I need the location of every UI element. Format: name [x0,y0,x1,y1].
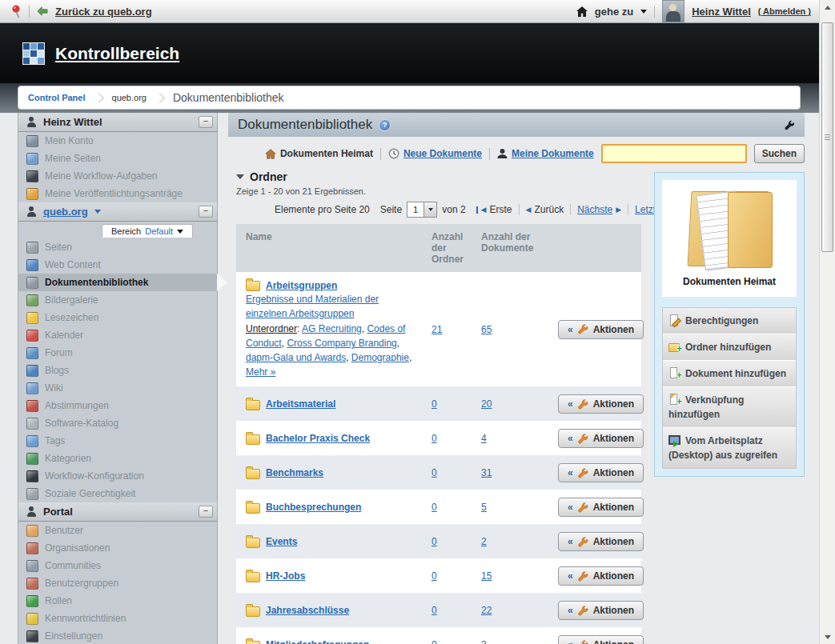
folder-count-link[interactable]: 0 [432,605,437,616]
actions-button[interactable]: «Aktionen [558,463,644,482]
sidebar-item-einstellungen[interactable]: Einstellungen [18,627,217,644]
pagination-first[interactable]: ◀ Erste [476,204,512,215]
actions-button[interactable]: «Aktionen [558,394,644,414]
document-count-link[interactable]: 20 [481,398,492,410]
document-count-link[interactable]: 4 [481,433,487,444]
sidebar-item-abstimmungen[interactable]: Abstimmungen [18,397,217,414]
wrench-icon[interactable] [785,120,795,130]
document-count-link[interactable]: 65 [481,324,492,335]
vertical-scrollbar[interactable] [819,0,835,644]
sidebar-item-kategorien[interactable]: Kategorien [18,450,217,467]
folder-link[interactable]: Benchmarks [266,467,323,478]
actions-button[interactable]: «Aktionen [558,635,644,644]
actions-button[interactable]: «Aktionen [558,532,644,551]
pagination-prev[interactable]: ◀Zurück [526,204,564,215]
more-subfolders-link[interactable]: Mehr » [246,366,275,378]
sidebar-item-kalender[interactable]: Kalender [18,326,217,344]
folder-description-link[interactable]: Ergebnisse und Materialien der einzelnen… [246,294,379,319]
folder-link[interactable]: Arbeitsgruppen [266,280,337,291]
actions-button[interactable]: «Aktionen [558,601,644,620]
search-button[interactable]: Suchen [754,144,805,163]
scope-selector[interactable]: BereichDefault [102,224,193,238]
sidebar-item-meine-seiten[interactable]: Meine Seiten [18,150,217,167]
document-home-nav[interactable]: Dokumenten Heimat [265,148,373,159]
folders-section-header[interactable]: Ordner [236,170,641,183]
collapse-section-button[interactable]: − [199,116,213,128]
actions-button[interactable]: «Aktionen [558,498,644,517]
sidebar-item-software-katalog[interactable]: Software-Katalog [18,414,217,432]
sidebar-item-bildergalerie[interactable]: Bildergalerie [18,291,217,309]
sidebar-item-web-content[interactable]: Web Content [18,256,217,274]
sidebar-section-title[interactable]: queb.org [43,206,88,218]
page-title[interactable]: Kontrollbereich [55,44,179,63]
sidebar-item-wiki[interactable]: Wiki [18,379,217,397]
sidebar-item-dokumentenbibliothek[interactable]: Dokumentenbibliothek [18,274,217,291]
document-count-link[interactable]: 31 [481,467,492,478]
panel-action-berechtigungen[interactable]: Berechtigungen [663,308,796,334]
folder-count-link[interactable]: 0 [432,536,437,547]
goto-menu[interactable]: gehe zu [595,6,633,18]
folder-link[interactable]: Mitgliederbefragungen [266,639,369,644]
sidebar-item-benutzergruppen[interactable]: Benutzergruppen [18,574,217,592]
recent-documents-nav[interactable]: Neue Dokumente [388,148,482,159]
scrollbar-thumb[interactable] [821,22,833,252]
folder-count-link[interactable]: 0 [432,570,437,582]
panel-action-dokument-hinzuf-gen[interactable]: Dokument hinzufügen [663,361,796,387]
document-count-link[interactable]: 3 [481,639,487,644]
sidebar-item-organisationen[interactable]: Organisationen [18,539,217,557]
recent-documents-link[interactable]: Neue Dokumente [403,148,482,159]
folder-link[interactable]: Jahresabschlüsse [266,605,349,616]
back-to-site-link[interactable]: Zurück zu queb.org [55,6,152,18]
sidebar-item-soziale-gerechtigkeit[interactable]: Soziale Gerechtigkeit [18,485,217,502]
folder-link[interactable]: Events [266,536,297,547]
actions-button[interactable]: «Aktionen [558,320,644,339]
my-documents-nav[interactable]: Meine Dokumente [497,148,594,159]
folder-count-link[interactable]: 0 [432,433,437,444]
folder-link[interactable]: Bachelor Praxis Check [266,433,370,444]
my-documents-link[interactable]: Meine Dokumente [512,148,594,159]
sidebar-item-meine-ver-ffentlichtungsantr-ge[interactable]: Meine Veröffentlichtungsanträge [18,185,217,202]
collapse-section-button[interactable]: − [199,506,213,518]
search-input[interactable] [601,144,747,163]
panel-action-verkn-pfung-hinzuf-gen[interactable]: Verknüpfung hinzufügen [663,387,796,428]
page-select[interactable]: 1 [407,202,437,218]
sidebar-item-lesezeichen[interactable]: Lesezeichen [18,309,217,326]
sidebar-item-rollen[interactable]: Rollen [18,592,217,610]
subfolder-link-ag-recruiting[interactable]: AG Recruiting [302,323,362,334]
folder-count-link[interactable]: 0 [432,467,437,478]
document-count-link[interactable]: 5 [481,502,487,513]
folder-count-link[interactable]: 0 [432,502,437,513]
panel-action-ordner-hinzuf-gen[interactable]: Ordner hinzufügen [663,334,796,361]
scroll-up-button[interactable] [821,1,834,14]
sidebar-item-workflow-konfiguration[interactable]: Workflow-Konfiguration [18,467,217,485]
sidebar-item-blogs[interactable]: Blogs [18,362,217,379]
panel-action-vom-arbeitsplatz-desktop-aus-zugreifen[interactable]: Vom Arbeitsplatz (Desktop) aus zugreifen [663,428,796,468]
logout-link[interactable]: ( Abmelden ) [758,6,811,16]
folder-link[interactable]: Arbeitsmaterial [266,398,335,410]
sidebar-item-meine-workflow-aufgaben[interactable]: Meine Workflow-Aufgaben [18,167,217,185]
sidebar-item-benutzer[interactable]: Benutzer [18,522,217,539]
scroll-down-button[interactable] [821,630,834,643]
sidebar-item-mein-konto[interactable]: Mein Konto [18,132,217,150]
subfolder-link-dapm-gala-und-awards[interactable]: dapm-Gala und Awards [246,352,346,363]
sidebar-item-seiten[interactable]: Seiten [18,238,217,256]
actions-button[interactable]: «Aktionen [558,429,644,448]
folder-count-link[interactable]: 21 [432,324,442,335]
folder-link[interactable]: Buchbesprechungen [266,502,361,513]
folder-count-link[interactable]: 0 [432,398,437,410]
document-count-link[interactable]: 2 [481,536,487,547]
user-name-link[interactable]: Heinz Wittel [692,6,751,18]
breadcrumb-item-control-panel[interactable]: Control Panel [28,93,86,102]
breadcrumb-item-queb-org[interactable]: queb.org [112,93,147,102]
folder-count-link[interactable]: 0 [432,639,437,644]
actions-button[interactable]: «Aktionen [558,566,644,586]
sidebar-item-communities[interactable]: Communities [18,557,217,574]
subfolder-link-cross-company-branding[interactable]: Cross Company Branding [287,338,396,349]
sidebar-item-tags[interactable]: Tags [18,432,217,450]
sidebar-item-kennwortrichtlinien[interactable]: Kennwortrichtlinien [18,610,217,627]
subfolder-link-demographie[interactable]: Demographie [351,352,409,363]
sidebar-item-forum[interactable]: Forum [18,344,217,362]
document-count-link[interactable]: 22 [481,605,492,616]
document-count-link[interactable]: 15 [481,570,492,582]
collapse-section-button[interactable]: − [199,206,213,218]
